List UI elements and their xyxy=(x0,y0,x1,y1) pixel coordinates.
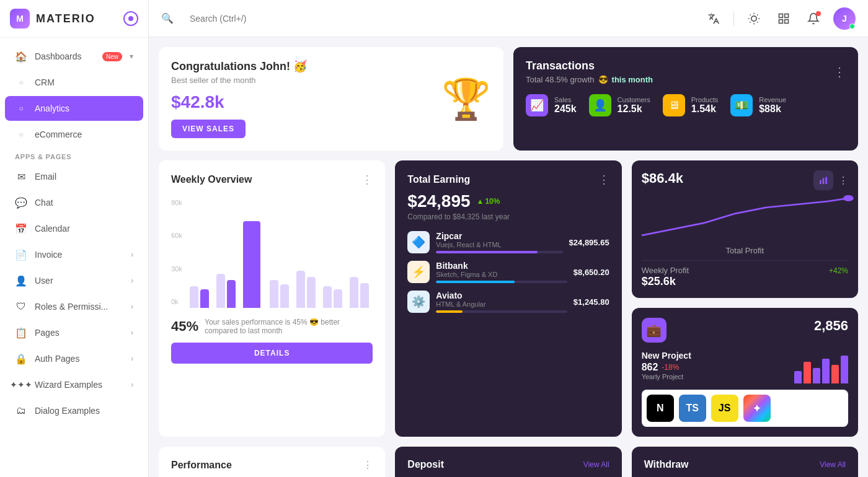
bar-group-7 xyxy=(350,277,373,308)
avatar[interactable]: J xyxy=(833,7,856,30)
nextjs-logo: N xyxy=(647,395,674,422)
congrats-card: Congratulations John! 🥳 Best seller of t… xyxy=(159,47,503,151)
avatar-initials: J xyxy=(842,14,847,24)
weekly-profit-row: Weekly Profit +42% xyxy=(642,266,848,275)
topbar-divider-1 xyxy=(733,11,734,26)
details-button[interactable]: DETAILS xyxy=(171,343,373,364)
brightness-icon[interactable] xyxy=(744,9,764,28)
total-earning-card: Total Earning ⋮ $24,895 ▲ 10% Compared t… xyxy=(395,160,621,437)
mini-bar-2 xyxy=(804,362,811,383)
sidebar-item-crm[interactable]: ○ CRM xyxy=(5,70,143,95)
circle-icon-ecommerce: ○ xyxy=(15,128,27,141)
circle-icon-crm: ○ xyxy=(15,76,27,89)
bar-4-dark xyxy=(280,284,289,308)
withdraw-view-all[interactable]: View All xyxy=(820,460,846,469)
sidebar-item-ecommerce[interactable]: ○ eCommerce xyxy=(5,122,143,147)
earning-compare: Compared to $84,325 last year xyxy=(407,212,609,221)
row-2: Weekly Overview ⋮ 90k 60k 30k 0k xyxy=(159,160,858,437)
sales-label: Sales xyxy=(554,96,577,103)
sidebar: M MATERIO 🏠 Dashboards New ▾ ○ CRM ○ Ana… xyxy=(0,0,149,477)
performance-menu-dots[interactable]: ⋮ xyxy=(363,459,373,471)
chart-y-labels: 90k 60k 30k 0k xyxy=(171,196,182,308)
chevron-user-icon: › xyxy=(131,276,133,285)
sidebar-item-dashboards[interactable]: 🏠 Dashboards New ▾ xyxy=(5,44,143,69)
project-value-group: 2,856 xyxy=(814,318,848,334)
zipcar-progress-fill xyxy=(436,251,537,253)
revenue-value: $88k xyxy=(759,103,786,115)
sidebar-item-dialog[interactable]: 🗂 Dialog Examples xyxy=(5,398,143,423)
topbar: 🔍 J xyxy=(149,0,868,37)
project-icon: 💼 xyxy=(642,318,666,343)
transactions-title-group: Transactions Total 48.5% growth 😎 this m… xyxy=(526,59,653,84)
earning-badge: ▲ 10% xyxy=(477,197,500,206)
weekly-chart: 90k 60k 30k 0k xyxy=(171,196,373,308)
aviato-icon: ⚙️ xyxy=(407,291,430,313)
content-wrapper: Congratulations John! 🥳 Best seller of t… xyxy=(149,37,868,477)
translate-icon[interactable] xyxy=(704,9,724,28)
grid-icon[interactable] xyxy=(774,9,794,28)
view-sales-button[interactable]: VIEW SALES xyxy=(171,120,246,138)
javascript-logo: JS xyxy=(711,395,738,422)
customers-label: Customers xyxy=(618,96,650,103)
aviato-info: Aviato HTML & Angular xyxy=(436,291,567,313)
weekly-overview-card: Weekly Overview ⋮ 90k 60k 30k 0k xyxy=(159,160,385,437)
sidebar-calendar-label: Calendar xyxy=(35,224,133,234)
search-input[interactable] xyxy=(181,9,379,28)
aviato-progress-fill xyxy=(436,310,462,313)
home-icon: 🏠 xyxy=(15,50,27,63)
bar-5-dark xyxy=(307,277,316,308)
sidebar-wizard-label: Wizard Examples xyxy=(35,380,123,390)
bar-6-dark xyxy=(334,289,342,308)
weekly-title: Weekly Overview xyxy=(171,174,252,185)
sidebar-item-analytics[interactable]: ○ Analytics xyxy=(5,96,143,121)
earning-item-bitbank: ⚡ Bitbank Sketch, Figma & XD $8,650.20 xyxy=(407,261,609,283)
bell-icon[interactable] xyxy=(804,9,823,28)
svg-rect-15 xyxy=(825,177,827,184)
revenue-metric-icon: 💵 xyxy=(730,94,753,116)
sidebar-item-wizard[interactable]: ✦✦✦ Wizard Examples › xyxy=(5,372,143,397)
transactions-menu-dots[interactable]: ⋮ xyxy=(833,64,846,79)
sidebar-item-email[interactable]: ✉ Email xyxy=(5,164,143,189)
sidebar-item-pages[interactable]: 📋 Pages › xyxy=(5,320,143,345)
sidebar-item-roles[interactable]: 🛡 Roles & Permissi... › xyxy=(5,294,143,319)
weekly-profit-label: Weekly Profit xyxy=(642,266,689,275)
row-3: Performance ⋮ Performance Chart Deposit … xyxy=(159,447,858,477)
total-profit-card: $86.4k ⋮ xyxy=(632,160,858,298)
earning-item-aviato: ⚙️ Aviato HTML & Angular $1,245.80 xyxy=(407,291,609,313)
notification-dot xyxy=(816,11,821,16)
right-column: $86.4k ⋮ xyxy=(632,160,858,437)
sidebar-item-auth[interactable]: 🔒 Auth Pages › xyxy=(5,346,143,371)
metric-products: 🖥 Products 1.54k xyxy=(663,94,718,116)
record-icon[interactable] xyxy=(123,11,138,26)
performance-card: Performance ⋮ Performance Chart xyxy=(159,447,385,477)
zipcar-name: Zipcar xyxy=(436,231,562,241)
logo-icon: M xyxy=(10,9,30,28)
chevron-pages-icon: › xyxy=(131,328,133,337)
products-value: 1.54k xyxy=(691,103,718,115)
project-value: 2,856 xyxy=(814,318,848,334)
zipcar-sub: Vuejs, React & HTML xyxy=(436,241,562,248)
apps-section-label: APPS & PAGES xyxy=(0,148,148,163)
sidebar-item-user[interactable]: 👤 User › xyxy=(5,268,143,293)
sidebar-item-chat[interactable]: 💬 Chat xyxy=(5,190,143,215)
transactions-card: Transactions Total 48.5% growth 😎 this m… xyxy=(513,47,858,151)
deposit-view-all[interactable]: View All xyxy=(583,460,609,469)
profit-label: Total Profit xyxy=(642,246,848,255)
metric-customers: 👤 Customers 12.5k xyxy=(589,94,650,116)
bar-7-dark xyxy=(360,283,369,308)
svg-point-0 xyxy=(751,15,756,20)
project-sub-value: 862 xyxy=(642,362,658,373)
svg-rect-10 xyxy=(785,14,789,17)
bar-group-5 xyxy=(296,271,319,308)
email-icon: ✉ xyxy=(15,170,27,183)
sidebar-item-invoice[interactable]: 📄 Invoice › xyxy=(5,242,143,267)
weekly-header: Weekly Overview ⋮ xyxy=(171,173,373,186)
invoice-icon: 📄 xyxy=(15,248,27,261)
profit-menu-dots[interactable]: ⋮ xyxy=(838,175,848,186)
weekly-menu-dots[interactable]: ⋮ xyxy=(361,173,373,186)
sidebar-item-calendar[interactable]: 📅 Calendar xyxy=(5,216,143,241)
row-1: Congratulations John! 🥳 Best seller of t… xyxy=(159,47,858,151)
earning-menu-dots[interactable]: ⋮ xyxy=(598,173,609,186)
sidebar-user-label: User xyxy=(35,276,123,286)
sidebar-dialog-label: Dialog Examples xyxy=(35,406,133,416)
